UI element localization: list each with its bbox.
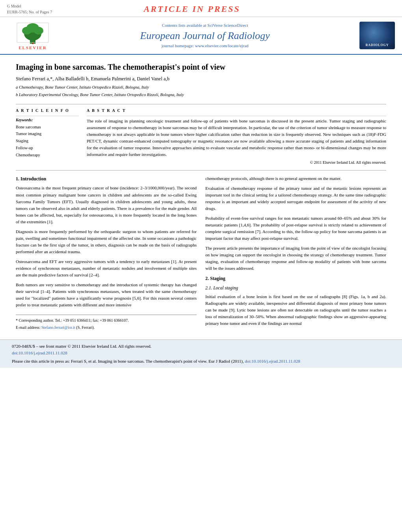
homepage-text: journal homepage: www.elsevier.com/locat… <box>162 43 248 48</box>
keyword-followup: Follow-up <box>16 145 79 152</box>
intro-para-4: Both tumors are very sensitive to chemot… <box>16 282 197 308</box>
keywords-list: Bone sarcomas Tumor imaging Staging Foll… <box>16 124 79 159</box>
section2-1-title: 2.1. Local staging <box>205 285 386 292</box>
article-in-press-banner: ARTICLE IN PRESS <box>52 3 332 14</box>
keyword-staging: Staging <box>16 137 79 145</box>
top-bar: G Model EURR-5765; No. of Pages 7 ARTICL… <box>0 0 402 17</box>
section1-title: 1. Introduction <box>16 175 197 183</box>
abstract-header: A B S T R A C T <box>87 108 386 113</box>
g-model-label: G Model <box>7 3 52 9</box>
citation-label: Please cite this article in press as: <box>12 359 70 363</box>
footer-citation-line: Please cite this article in press as: Fe… <box>12 358 390 365</box>
bottom-footer: 0720-048X/$ – see front matter © 2011 El… <box>0 339 402 368</box>
right-para-2: Evaluation of chemotherapy response of t… <box>205 185 386 212</box>
keyword-bone-sarcomas: Bone sarcomas <box>16 124 79 131</box>
article-info-panel: A R T I C L E I N F O Keywords: Bone sar… <box>16 108 79 165</box>
copyright-text: © 2011 Elsevier Ireland Ltd. All rights … <box>87 160 386 165</box>
radiology-badge: RADIOLOGY <box>359 22 395 49</box>
affiliation-a: a Chemotherapy, Bone Tumor Center, Istit… <box>16 84 386 91</box>
footer-line1: 0720-048X/$ – see front matter © 2011 El… <box>12 343 390 350</box>
elsevier-logo-area: ELSEVIER <box>7 21 58 50</box>
affiliations: a Chemotherapy, Bone Tumor Center, Istit… <box>16 84 386 98</box>
journal-header: ELSEVIER Contents lists available at Sci… <box>0 17 402 55</box>
email-name: (S. Ferrari). <box>76 325 95 330</box>
right-para-1: chemotherapy protocols, although there i… <box>205 175 386 182</box>
section2-para: Initial evaluation of a bone lesion is f… <box>205 293 386 327</box>
sciverse-link[interactable]: Contents lists available at SciVerse Sci… <box>58 23 352 28</box>
right-para-3: Probability of event-free survival range… <box>205 215 386 242</box>
journal-title: European Journal of Radiology <box>58 30 352 42</box>
intro-para-2: Diagnosis is more frequently performed b… <box>16 228 197 255</box>
footer-license-text: 0720-048X/$ – see front matter © 2011 El… <box>12 344 151 348</box>
abstract-text: The role of imaging in planning oncologi… <box>87 118 386 158</box>
article-title: Imaging in bone sarcomas. The chemothera… <box>16 62 386 72</box>
main-content: Imaging in bone sarcomas. The chemothera… <box>0 55 402 336</box>
email-link[interactable]: Stefano.ferrari@ior.it <box>41 325 75 330</box>
article-in-press-text: ARTICLE IN PRESS <box>144 4 240 14</box>
right-column: chemotherapy protocols, although there i… <box>205 175 386 332</box>
intro-para-1: Osteosarcoma is the most frequent primar… <box>16 185 197 225</box>
article-info-header: A R T I C L E I N F O <box>16 108 79 113</box>
svg-rect-5 <box>32 43 34 44</box>
abstract-panel: A B S T R A C T The role of imaging in p… <box>87 108 386 165</box>
svg-point-4 <box>26 23 39 33</box>
footer-line2: doi:10.1016/j.ejrad.2011.11.028 <box>12 350 390 356</box>
affiliation-b: b Laboratory Experimental Oncology, Bone… <box>16 92 386 98</box>
model-info: G Model EURR-5765; No. of Pages 7 <box>7 3 52 15</box>
article-info-abstract-row: A R T I C L E I N F O Keywords: Bone sar… <box>16 104 386 165</box>
keywords-label: Keywords: <box>16 118 79 122</box>
keyword-chemotherapy: Chemotherapy <box>16 152 79 159</box>
authors-text: Stefano Ferrari a,*, Alba Balladelli b, … <box>16 76 169 82</box>
elsevier-label: ELSEVIER <box>19 45 47 50</box>
elsevier-tree-icon <box>15 21 50 44</box>
footnote-email: E-mail address: Stefano.ferrari@ior.it (… <box>16 324 197 331</box>
footnote-asterisk: * Corresponding author. Tel.: +39 051 63… <box>16 317 197 324</box>
section2-title: 2. Staging <box>205 275 386 282</box>
sciverse-text: Contents lists available at SciVerse Sci… <box>162 23 248 28</box>
citation-doi-link[interactable]: doi:10.1016/j.ejrad.2011.11.028 <box>245 359 300 363</box>
elsevier-logo: ELSEVIER <box>7 21 58 50</box>
footnote-area: * Corresponding author. Tel.: +39 051 63… <box>16 315 197 331</box>
journal-title-area: Contents lists available at SciVerse Sci… <box>58 23 352 48</box>
email-label: E-mail address: <box>16 325 40 330</box>
journal-homepage[interactable]: journal homepage: www.elsevier.com/locat… <box>58 43 352 48</box>
page-wrapper: G Model EURR-5765; No. of Pages 7 ARTICL… <box>0 0 402 368</box>
keyword-tumor-imaging: Tumor imaging <box>16 130 79 137</box>
body-columns: 1. Introduction Osteosarcoma is the most… <box>16 170 386 332</box>
citation-text: Ferrari S, et al. Imaging in bone sarcom… <box>71 359 244 363</box>
eurr-label: EURR-5765; No. of Pages 7 <box>7 9 52 15</box>
intro-para-3: Osteosarcoma and EFT are very aggressive… <box>16 258 197 278</box>
footer-doi-link[interactable]: doi:10.1016/j.ejrad.2011.11.028 <box>12 350 67 355</box>
journal-badge-area: RADIOLOGY <box>352 22 395 49</box>
right-para-4: The present article presents the importa… <box>205 245 386 272</box>
left-column: 1. Introduction Osteosarcoma is the most… <box>16 175 197 332</box>
radiology-badge-text: RADIOLOGY <box>359 43 395 47</box>
authors-line: Stefano Ferrari a,*, Alba Balladelli b, … <box>16 76 386 82</box>
